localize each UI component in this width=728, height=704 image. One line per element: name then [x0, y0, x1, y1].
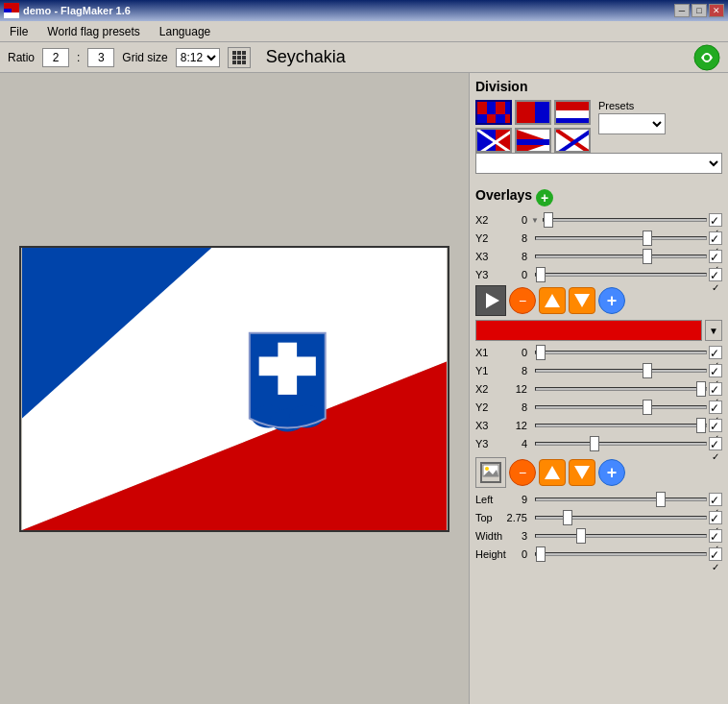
pattern-6[interactable]: [554, 128, 591, 153]
img-move-down-button[interactable]: [569, 459, 595, 486]
add-image-button[interactable]: +: [598, 459, 625, 486]
move-up-button[interactable]: [539, 287, 566, 314]
up-triangle-icon: [545, 294, 560, 307]
y3-checkbox[interactable]: ✓: [709, 268, 722, 281]
minimize-button[interactable]: ─: [674, 4, 690, 17]
svg-rect-16: [505, 102, 512, 114]
maximize-button[interactable]: □: [692, 4, 707, 17]
y2-slider[interactable]: [535, 236, 707, 240]
y3b-checkbox[interactable]: ✓: [709, 437, 722, 450]
height-value: 0: [500, 548, 527, 560]
ratio-width-input[interactable]: [42, 48, 69, 67]
width-checkbox[interactable]: ✓: [709, 529, 722, 543]
y3b-slider-track: [535, 436, 707, 451]
left-label: Left: [475, 494, 498, 505]
remove-overlay-button[interactable]: −: [509, 287, 536, 314]
x2-label: X2: [475, 214, 498, 226]
close-button[interactable]: ✕: [709, 4, 724, 17]
x1-slider[interactable]: [535, 351, 707, 354]
remove-image-button[interactable]: −: [509, 459, 536, 486]
color-bar-row: ▼: [475, 320, 722, 341]
menu-world-flag-presets[interactable]: World flag presets: [41, 23, 146, 40]
image-tool-row: − +: [475, 457, 722, 488]
svg-point-12: [289, 404, 324, 427]
color-bar[interactable]: [475, 320, 702, 341]
y3-label: Y3: [475, 269, 498, 280]
x2b-label: X2: [475, 383, 498, 395]
menu-file[interactable]: File: [4, 23, 34, 40]
ratio-height-input[interactable]: [87, 48, 114, 67]
x2b-slider[interactable]: [535, 387, 707, 391]
presets-label: Presets: [598, 100, 634, 111]
grid-size-label: Grid size: [122, 51, 167, 64]
y3-slider[interactable]: [535, 273, 707, 277]
pattern-1[interactable]: [475, 100, 512, 125]
height-checkbox[interactable]: ✓: [709, 547, 722, 561]
x3b-slider[interactable]: [535, 424, 707, 427]
y2b-value: 8: [500, 401, 527, 413]
flag-preview: [19, 246, 449, 532]
y3b-slider[interactable]: [535, 442, 707, 446]
width-slider[interactable]: [535, 534, 707, 538]
grid-toggle-button[interactable]: [228, 47, 251, 68]
color-bar-dropdown[interactable]: ▼: [705, 320, 722, 341]
slider-row-y3: Y3 0 ✓: [475, 267, 722, 282]
overlay-bottom-rows: X1 0 ✓ Y1 8 ✓: [475, 345, 722, 451]
play-button[interactable]: [475, 285, 506, 316]
x3-slider[interactable]: [535, 255, 707, 258]
svg-rect-13: [477, 102, 487, 114]
y1-checkbox[interactable]: ✓: [709, 364, 722, 377]
top-checkbox[interactable]: ✓: [709, 511, 722, 524]
pattern-5[interactable]: [515, 128, 551, 153]
x2-slider[interactable]: [543, 218, 707, 222]
move-down-button[interactable]: [569, 287, 595, 314]
x1-slider-track: [535, 345, 707, 360]
flag-name: Seychakia: [266, 47, 686, 67]
height-slider[interactable]: [535, 552, 707, 556]
left-panel: [0, 73, 469, 704]
image-button[interactable]: [475, 457, 506, 488]
x3b-checkbox[interactable]: ✓: [709, 419, 722, 432]
add-overlay-button[interactable]: +: [536, 189, 553, 206]
slider-row-height: Height 0 ✓: [475, 546, 722, 562]
play-icon: [486, 293, 499, 308]
pattern-3[interactable]: [554, 100, 591, 125]
y2b-checkbox[interactable]: ✓: [709, 401, 722, 414]
x3-slider-track: [535, 249, 707, 264]
menu-bar: File World flag presets Language: [0, 21, 728, 42]
presets-container: Presets: [598, 100, 666, 134]
x2b-checkbox[interactable]: ✓: [709, 382, 722, 396]
slider-row-left: Left 9 ✓: [475, 492, 722, 507]
left-checkbox[interactable]: ✓: [709, 493, 722, 506]
presets-select[interactable]: [598, 113, 666, 134]
y2-checkbox[interactable]: ✓: [709, 231, 722, 245]
height-slider-track: [535, 546, 707, 562]
y2-label: Y2: [475, 232, 498, 244]
overlay-top-rows: X2 0 ▼ ✓ Y2 8 ✓: [475, 212, 722, 282]
x1-checkbox[interactable]: ✓: [709, 346, 722, 359]
division-dropdown[interactable]: [475, 153, 722, 174]
svg-point-4: [704, 55, 710, 61]
y2b-slider[interactable]: [535, 405, 707, 409]
slider-row-y1: Y1 8 ✓: [475, 363, 722, 378]
x2-slider-track: [543, 212, 707, 228]
x3-checkbox[interactable]: ✓: [709, 250, 722, 263]
img-move-up-button[interactable]: [539, 459, 566, 486]
x2-checkbox[interactable]: ✓: [709, 213, 722, 227]
width-label: Width: [475, 530, 498, 542]
y3-value: 0: [500, 269, 527, 280]
img-down-icon: [574, 466, 590, 479]
left-slider[interactable]: [535, 498, 707, 501]
top-slider[interactable]: [535, 516, 707, 520]
pattern-4[interactable]: [475, 128, 512, 153]
menu-language[interactable]: Language: [154, 23, 216, 40]
y2-value: 8: [500, 232, 527, 244]
svg-rect-2: [4, 9, 12, 12]
pattern-2[interactable]: [515, 100, 551, 125]
left-value: 9: [500, 494, 527, 505]
main-container: Division: [0, 73, 728, 704]
grid-size-select[interactable]: 8:12 4:6 6:9: [176, 48, 220, 67]
y3b-value: 4: [500, 438, 527, 449]
y1-slider[interactable]: [535, 369, 707, 373]
add-blue-button[interactable]: +: [598, 287, 625, 314]
